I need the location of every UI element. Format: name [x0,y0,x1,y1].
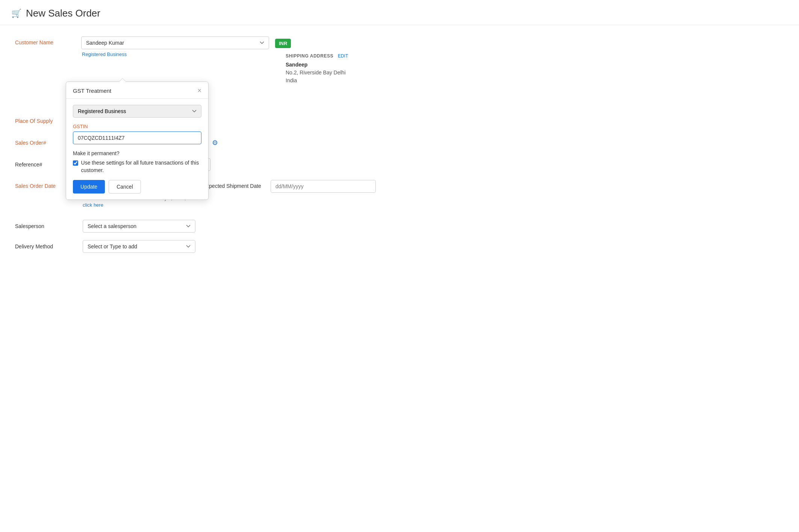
shipping-name: Sandeep [286,62,348,68]
popup-arrow-inner [119,79,126,82]
gst-popup-header: GST Treatment × [66,82,208,99]
checkbox-row: Use these settings for all future transa… [73,159,201,174]
delivery-method-row: Delivery Method Select or Type to add [15,240,784,253]
gst-treatment-select[interactable]: Registered Business Unregistered Busines… [73,105,201,118]
shipping-section: SHIPPING ADDRESS EDIT Sandeep No.2, Rive… [83,50,784,85]
expected-shipment-group: Expected Shipment Date [203,180,376,193]
page-header: 🛒 New Sales Order [0,0,799,25]
shipping-address-line1: No.2, Riverside Bay Delhi [286,69,348,77]
permanent-checkbox[interactable] [73,160,78,166]
gst-treatment-popup: GST Treatment × Registered Business Unre… [66,82,209,200]
shipping-address-block: SHIPPING ADDRESS EDIT Sandeep No.2, Rive… [286,53,348,85]
gst-popup-body: Registered Business Unregistered Busines… [66,99,208,200]
cancel-button[interactable]: Cancel [109,180,141,193]
customer-name-select[interactable]: Sandeep Kumar [81,36,269,49]
shipping-header: SHIPPING ADDRESS EDIT [286,53,348,59]
expected-shipment-wrap [271,180,376,193]
delivery-method-label: Delivery Method [15,243,75,249]
currency-badge: INR [275,39,291,48]
salesperson-select[interactable]: Select a salesperson [83,220,195,233]
expected-shipment-input[interactable] [271,180,376,193]
shipping-address-line2: India [286,77,348,85]
salesperson-label: Salesperson [15,223,75,229]
shipping-address-title: SHIPPING ADDRESS [286,53,333,59]
popup-actions: Update Cancel [73,180,201,193]
gst-popup-close-button[interactable]: × [197,87,201,94]
customer-name-label: Customer Name [15,36,75,45]
permanent-section: Make it permanent? Use these settings fo… [73,150,201,174]
checkbox-label: Use these settings for all future transa… [81,159,201,174]
click-here-link[interactable]: click here [83,202,103,208]
salesperson-row: Salesperson Select a salesperson [15,220,784,233]
gstin-label: GSTIN [73,124,201,129]
cart-icon: 🛒 [11,9,21,18]
form-body: Customer Name Sandeep Kumar Registered B… [0,25,799,264]
update-button[interactable]: Update [73,180,105,193]
expected-shipment-label: Expected Shipment Date [203,180,263,189]
page-title: New Sales Order [26,8,100,19]
gear-icon[interactable]: ⚙ [212,139,218,147]
left-placeholder [83,50,271,85]
popup-arrow [119,78,126,82]
gst-popup-title: GST Treatment [73,88,111,94]
permanent-question: Make it permanent? [73,150,201,156]
edit-shipping-link[interactable]: EDIT [338,53,348,59]
gstin-input[interactable] [73,131,201,144]
delivery-method-select[interactable]: Select or Type to add [83,240,195,253]
